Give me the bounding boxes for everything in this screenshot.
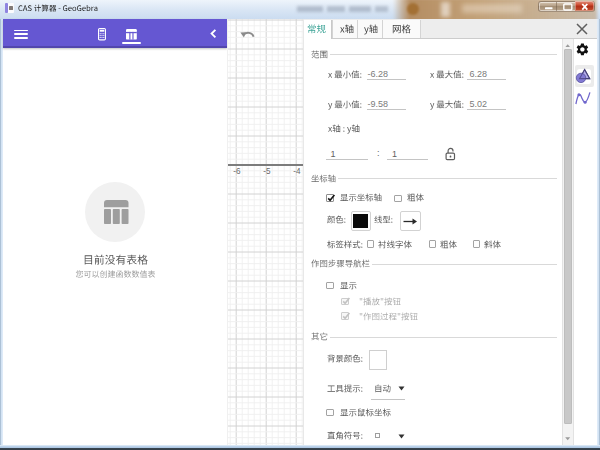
- svg-text:-4: -4: [293, 167, 301, 176]
- svg-text:-6: -6: [233, 167, 241, 176]
- svg-text:-5: -5: [263, 167, 271, 176]
